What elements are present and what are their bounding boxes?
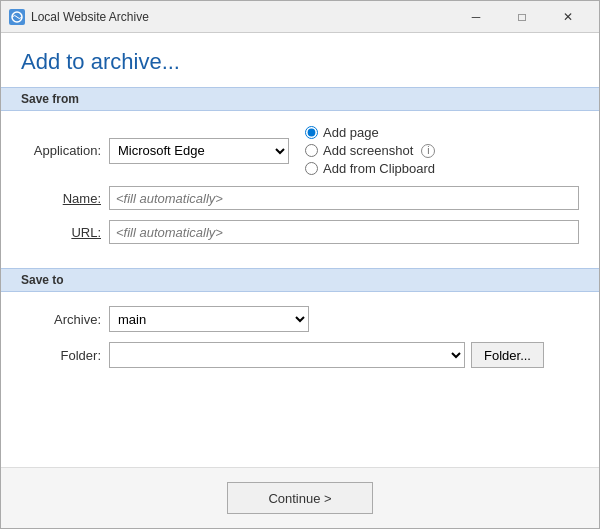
name-label: Name: xyxy=(21,191,101,206)
minimize-button[interactable]: ─ xyxy=(453,1,499,33)
info-icon[interactable]: i xyxy=(421,144,435,158)
app-window: Local Website Archive ─ □ ✕ Add to archi… xyxy=(0,0,600,529)
continue-button[interactable]: Continue > xyxy=(227,482,372,514)
archive-label: Archive: xyxy=(21,312,101,327)
radio-add-page-input[interactable] xyxy=(305,126,318,139)
radio-add-clipboard-label: Add from Clipboard xyxy=(323,161,435,176)
title-bar: Local Website Archive ─ □ ✕ xyxy=(1,1,599,33)
name-input-wrapper xyxy=(109,186,579,210)
radio-add-clipboard-input[interactable] xyxy=(305,162,318,175)
close-button[interactable]: ✕ xyxy=(545,1,591,33)
radio-add-page-label: Add page xyxy=(323,125,379,140)
window-content: Add to archive... Save from Application:… xyxy=(1,33,599,528)
url-label: URL: xyxy=(21,225,101,240)
application-label: Application: xyxy=(21,143,101,158)
url-row: URL: xyxy=(21,220,579,244)
footer: Continue > xyxy=(1,467,599,528)
name-row: Name: xyxy=(21,186,579,210)
name-input[interactable] xyxy=(109,186,579,210)
maximize-button[interactable]: □ xyxy=(499,1,545,33)
application-select[interactable]: Microsoft Edge xyxy=(109,138,289,164)
folder-label: Folder: xyxy=(21,348,101,363)
radio-add-screenshot-input[interactable] xyxy=(305,144,318,157)
url-input[interactable] xyxy=(109,220,579,244)
title-bar-controls: ─ □ ✕ xyxy=(453,1,591,33)
header: Add to archive... xyxy=(1,33,599,87)
radio-add-page[interactable]: Add page xyxy=(305,125,435,140)
archive-select[interactable]: main xyxy=(109,306,309,332)
radio-add-clipboard[interactable]: Add from Clipboard xyxy=(305,161,435,176)
page-title: Add to archive... xyxy=(21,49,579,75)
folder-select[interactable] xyxy=(109,342,465,368)
radio-add-screenshot[interactable]: Add screenshot i xyxy=(305,143,435,158)
save-to-section: Save to Archive: main Folder: Folder... xyxy=(1,268,599,392)
folder-row: Folder: Folder... xyxy=(21,342,579,368)
radio-add-screenshot-label: Add screenshot xyxy=(323,143,413,158)
url-input-wrapper xyxy=(109,220,579,244)
archive-row: Archive: main xyxy=(21,306,579,332)
save-to-body: Archive: main Folder: Folder... xyxy=(1,292,599,392)
add-type-radio-group: Add page Add screenshot i Add from Clipb… xyxy=(305,125,435,176)
app-icon xyxy=(9,9,25,25)
title-bar-text: Local Website Archive xyxy=(31,10,453,24)
application-row: Application: Microsoft Edge Add page Add… xyxy=(21,125,579,176)
folder-button[interactable]: Folder... xyxy=(471,342,544,368)
save-from-section: Save from Application: Microsoft Edge Ad… xyxy=(1,87,599,268)
save-to-header: Save to xyxy=(1,268,599,292)
save-from-header: Save from xyxy=(1,87,599,111)
save-from-body: Application: Microsoft Edge Add page Add… xyxy=(1,111,599,268)
